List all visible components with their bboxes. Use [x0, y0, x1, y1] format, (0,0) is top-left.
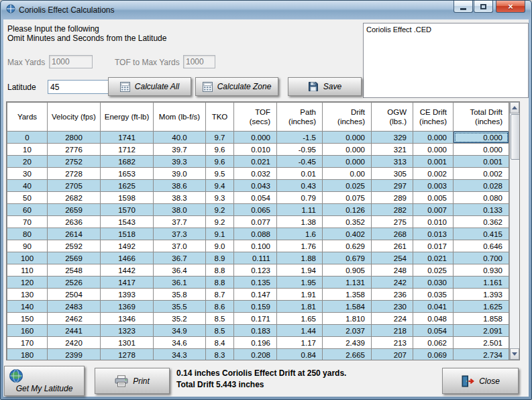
table-cell[interactable]: 40 — [7, 180, 48, 192]
table-cell[interactable]: 313 — [372, 156, 413, 168]
table-cell[interactable]: 110 — [7, 264, 48, 277]
table-cell[interactable]: 0.021 — [413, 252, 454, 264]
table-cell[interactable]: 0.010 — [234, 144, 277, 156]
table-cell[interactable]: 1369 — [101, 301, 154, 313]
save-button[interactable]: Save — [288, 77, 362, 96]
table-cell[interactable]: 1323 — [101, 325, 154, 337]
table-cell[interactable]: 0.001 — [454, 156, 509, 168]
table-cell[interactable]: 0.133 — [454, 204, 509, 216]
table-cell[interactable]: 0.030 — [413, 277, 454, 289]
maximize-button[interactable] — [474, 1, 493, 13]
column-header[interactable]: Yards — [7, 103, 48, 132]
table-cell[interactable]: 120 — [7, 277, 48, 289]
table-cell[interactable]: 8.7 — [206, 289, 234, 301]
table-cell[interactable]: 150 — [7, 313, 48, 325]
table-cell[interactable]: 8.6 — [206, 301, 234, 313]
table-cell[interactable]: 1712 — [101, 144, 154, 156]
table-cell[interactable]: 0.01 — [277, 168, 323, 180]
table-cell[interactable]: 0.196 — [234, 337, 277, 349]
table-cell[interactable]: 1.131 — [323, 277, 372, 289]
table-cell[interactable]: 2800 — [48, 132, 101, 144]
table-cell[interactable]: 0.035 — [413, 289, 454, 301]
table-cell[interactable]: 0.001 — [413, 156, 454, 168]
close-button[interactable]: Close — [442, 368, 519, 394]
table-cell[interactable]: 0.415 — [454, 228, 509, 240]
table-cell[interactable]: 1.858 — [454, 313, 509, 325]
table-cell[interactable]: 39.0 — [154, 168, 206, 180]
table-cell[interactable]: 1442 — [101, 264, 154, 277]
table-cell[interactable]: 37.0 — [154, 240, 206, 252]
table-cell[interactable]: 37.7 — [154, 216, 206, 228]
table-cell[interactable]: 1.88 — [277, 252, 323, 264]
table-cell[interactable]: 1.91 — [277, 289, 323, 301]
table-cell[interactable]: 0.159 — [234, 301, 277, 313]
table-cell[interactable]: 9.4 — [206, 180, 234, 192]
table-cell[interactable]: 0.062 — [413, 337, 454, 349]
table-cell[interactable]: 0.126 — [323, 204, 372, 216]
table-cell[interactable]: 9.3 — [206, 192, 234, 204]
table-cell[interactable]: 0.000 — [454, 144, 509, 156]
table-cell[interactable]: 1.11 — [277, 204, 323, 216]
table-cell[interactable]: 100 — [7, 252, 48, 264]
table-cell[interactable]: 0.000 — [234, 132, 277, 144]
table-cell[interactable]: 80 — [7, 228, 48, 240]
column-header[interactable]: OGW (lbs.) — [372, 103, 413, 132]
table-cell[interactable]: 130 — [7, 289, 48, 301]
table-cell[interactable]: 0.629 — [323, 240, 372, 252]
table-cell[interactable]: 1.358 — [323, 289, 372, 301]
scroll-up-button[interactable] — [510, 102, 519, 113]
table-cell[interactable]: 9.6 — [206, 144, 234, 156]
table-cell[interactable]: 1.810 — [323, 313, 372, 325]
table-cell[interactable]: 9.6 — [206, 156, 234, 168]
column-header[interactable]: Mom (lb-f/s) — [154, 103, 206, 132]
table-cell[interactable]: 275 — [372, 216, 413, 228]
table-cell[interactable]: 38.3 — [154, 192, 206, 204]
scroll-track[interactable] — [510, 113, 519, 348]
get-my-latitude-button[interactable]: Get My Latitude — [4, 366, 85, 396]
table-cell[interactable]: 9.1 — [206, 228, 234, 240]
table-cell[interactable]: 0.79 — [277, 192, 323, 204]
table-cell[interactable]: 34.9 — [154, 325, 206, 337]
table-cell[interactable]: 0 — [7, 132, 48, 144]
table-cell[interactable]: 0.021 — [234, 156, 277, 168]
table-cell[interactable]: 2526 — [48, 277, 101, 289]
table-cell[interactable]: 2.091 — [454, 325, 509, 337]
table-cell[interactable]: 0.111 — [234, 252, 277, 264]
table-cell[interactable]: 2548 — [48, 264, 101, 277]
table-cell[interactable]: 236 — [372, 289, 413, 301]
table-cell[interactable]: 0.002 — [413, 168, 454, 180]
table-cell[interactable]: 2569 — [48, 252, 101, 264]
table-cell[interactable]: 2776 — [48, 144, 101, 156]
table-cell[interactable]: 1543 — [101, 216, 154, 228]
table-cell[interactable]: 1598 — [101, 192, 154, 204]
table-cell[interactable]: 1.76 — [277, 240, 323, 252]
file-list-panel[interactable]: Coriolis Effect .CED — [363, 23, 529, 98]
table-cell[interactable]: 1.81 — [277, 301, 323, 313]
table-cell[interactable]: 0.147 — [234, 289, 277, 301]
table-cell[interactable]: 1393 — [101, 289, 154, 301]
column-header[interactable]: Path (inches) — [277, 103, 323, 132]
table-cell[interactable]: 0.135 — [234, 277, 277, 289]
table-cell[interactable]: 230 — [372, 301, 413, 313]
table-cell[interactable]: 2752 — [48, 156, 101, 168]
table-cell[interactable]: 8.5 — [206, 313, 234, 325]
table-cell[interactable]: 1.393 — [454, 289, 509, 301]
table-cell[interactable]: 329 — [372, 132, 413, 144]
table-cell[interactable]: 9.2 — [206, 216, 234, 228]
table-cell[interactable]: 8.8 — [206, 277, 234, 289]
table-cell[interactable]: 254 — [372, 252, 413, 264]
table-cell[interactable]: 0.088 — [234, 228, 277, 240]
table-cell[interactable]: 0.003 — [413, 180, 454, 192]
table-cell[interactable]: 2462 — [48, 313, 101, 325]
table-cell[interactable]: 1301 — [101, 337, 154, 349]
table-cell[interactable]: 30 — [7, 168, 48, 180]
table-cell[interactable]: 35.5 — [154, 301, 206, 313]
table-cell[interactable]: 0.028 — [454, 180, 509, 192]
table-cell[interactable]: 20 — [7, 156, 48, 168]
table-cell[interactable]: 248 — [372, 264, 413, 277]
table-cell[interactable]: 0.032 — [234, 168, 277, 180]
scroll-thumb[interactable] — [511, 114, 520, 160]
table-cell[interactable]: 36.4 — [154, 264, 206, 277]
table-cell[interactable]: 0.025 — [323, 180, 372, 192]
table-cell[interactable]: 39.7 — [154, 144, 206, 156]
